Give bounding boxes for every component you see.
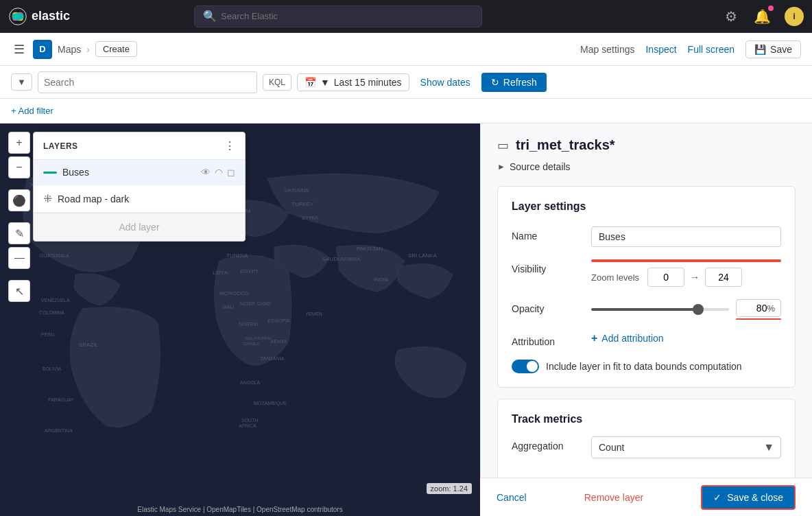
layer-item-buses[interactable]: Buses 👁 ◠ ◻ xyxy=(34,160,245,185)
map-settings-btn[interactable]: Map settings xyxy=(580,44,634,55)
svg-text:TANZANIA: TANZANIA xyxy=(261,356,284,361)
remove-layer-btn[interactable]: Remove layer xyxy=(584,492,643,503)
breadcrumb-separator: › xyxy=(86,44,90,55)
track-metrics-card: Track metrics Aggregation Count Sum Aver… xyxy=(497,399,796,485)
time-picker-btn[interactable]: 📅 ▼ Last 15 minutes xyxy=(297,73,409,91)
refresh-icon: ↻ xyxy=(491,77,499,88)
svg-text:YEMEN: YEMEN xyxy=(305,312,322,316)
zoom-in-btn[interactable]: + xyxy=(8,132,30,154)
toggle-row: Include layer in fit to data bounds comp… xyxy=(512,360,781,373)
visibility-label: Visibility xyxy=(512,259,580,274)
svg-text:TUNISIA: TUNISIA xyxy=(226,253,248,259)
add-attribution-btn[interactable]: + Add attribution xyxy=(591,332,664,344)
cancel-btn[interactable]: Cancel xyxy=(497,492,527,503)
filter-type-btn[interactable]: ▼ xyxy=(11,73,32,91)
right-panel: ▭ tri_met_tracks* ► Source details Layer… xyxy=(480,124,812,516)
time-picker-chevron: ▼ xyxy=(320,77,330,88)
select-btn[interactable]: ⸻ xyxy=(8,247,30,269)
svg-text:SYRIA: SYRIA xyxy=(302,215,319,221)
zoom-out-btn[interactable]: − xyxy=(8,156,30,178)
zoom-label: Zoom levels xyxy=(591,272,639,283)
zoom-max-input[interactable] xyxy=(705,268,742,287)
zoom-badge: zoom: 1.24 xyxy=(427,483,472,494)
nav-right: ⚙ 🔔 i xyxy=(722,5,804,27)
draw-btn[interactable]: ✎ xyxy=(8,222,30,244)
aggregation-label: Aggregation xyxy=(512,436,580,452)
opacity-control: % xyxy=(591,299,781,320)
opacity-input-wrap: % xyxy=(736,299,781,320)
opacity-wrap: % xyxy=(591,299,781,320)
layers-menu-btn[interactable]: ⋮ xyxy=(224,139,235,152)
main-content: ICELAND UNITED KINGDOM FRANCE UKRAINE TU… xyxy=(0,124,812,516)
map-attribution: Elastic Maps Service | OpenMapTiles | Op… xyxy=(137,506,342,513)
settings-icon-btn[interactable]: ⚙ xyxy=(722,5,740,27)
visibility-control: Zoom levels → xyxy=(591,259,781,287)
svg-text:MALI: MALI xyxy=(223,305,234,309)
map-area: ICELAND UNITED KINGDOM FRANCE UKRAINE TU… xyxy=(0,124,480,516)
svg-text:SAUDI ARABIA: SAUDI ARABIA xyxy=(322,256,361,262)
svg-text:COLOMBIA: COLOMBIA xyxy=(39,310,64,315)
layer-title-icon: ▭ xyxy=(497,138,509,153)
breadcrumb-create[interactable]: Create xyxy=(95,41,137,57)
buses-layer-icons: 👁 ◠ ◻ xyxy=(201,167,235,178)
bottom-action-bar: Cancel Remove layer ✓ Save & close xyxy=(480,478,812,516)
refresh-btn[interactable]: ↻ Refresh xyxy=(481,73,547,92)
name-input[interactable] xyxy=(591,226,781,247)
svg-text:UKRAINE: UKRAINE xyxy=(285,187,309,194)
notifications-btn[interactable]: 🔔 xyxy=(751,5,774,27)
check-icon: ✓ xyxy=(713,492,721,503)
layer-item-roadmap[interactable]: ⁜ Road map - dark xyxy=(34,185,245,213)
roadmap-layer-name: Road map - dark xyxy=(58,194,235,204)
hamburger-btn[interactable]: ☰ xyxy=(11,39,27,60)
svg-text:PARAGUAY: PARAGUAY xyxy=(48,397,74,402)
time-label: Last 15 minutes xyxy=(334,77,402,88)
layer-title-text: tri_met_tracks* xyxy=(516,137,615,153)
elastic-logo: elastic xyxy=(8,7,70,26)
eye-icon: 👁 xyxy=(201,167,211,178)
toggle-knob xyxy=(527,361,538,372)
filter-bar: ▼ KQL 📅 ▼ Last 15 minutes Show dates ↻ R… xyxy=(0,66,812,99)
zoom-min-input[interactable] xyxy=(647,268,684,287)
search-input[interactable] xyxy=(44,77,251,88)
data-bounds-toggle[interactable] xyxy=(512,360,539,373)
buses-color-indicator xyxy=(43,172,57,174)
source-details-row[interactable]: ► Source details xyxy=(497,161,796,172)
calendar-icon: 📅 xyxy=(304,77,316,88)
opacity-input[interactable] xyxy=(742,303,767,314)
svg-text:CHAD: CHAD xyxy=(257,301,271,306)
search-input-wrap[interactable] xyxy=(38,71,257,93)
svg-text:BRAZIL: BRAZIL xyxy=(79,342,99,348)
svg-text:GUINEA: GUINEA xyxy=(243,342,259,346)
global-search-bar[interactable]: 🔍 xyxy=(194,5,482,27)
show-dates-btn[interactable]: Show dates xyxy=(420,77,470,88)
elastic-logo-icon xyxy=(8,7,27,26)
save-icon: 💾 xyxy=(754,44,766,55)
aggregation-select[interactable]: Count Sum Average Min Max xyxy=(591,436,781,458)
attribution-label: Attribution xyxy=(512,332,580,347)
fit-btn[interactable]: ↖ xyxy=(8,280,30,302)
source-chevron-icon: ► xyxy=(497,162,505,172)
global-search-input[interactable] xyxy=(221,11,473,21)
metrics-title: Track metrics xyxy=(512,413,781,425)
add-filter-btn[interactable]: + Add filter xyxy=(11,106,53,116)
svg-text:SRI LANKA: SRI LANKA xyxy=(408,253,437,259)
breadcrumb-maps[interactable]: Maps xyxy=(58,44,81,55)
inspect-btn[interactable]: Inspect xyxy=(645,44,676,55)
filter-row2: + Add filter xyxy=(0,99,812,124)
square-icon: ◻ xyxy=(227,167,235,178)
svg-text:KENYA: KENYA xyxy=(271,339,287,344)
save-btn[interactable]: 💾 Save xyxy=(745,40,801,58)
save-close-btn[interactable]: ✓ Save & close xyxy=(701,485,796,510)
top-navbar: elastic 🔍 ⚙ 🔔 i xyxy=(0,0,812,33)
layers-header: LAYERS ⋮ xyxy=(34,132,245,160)
svg-text:ETHIOPIA: ETHIOPIA xyxy=(267,318,290,323)
user-avatar[interactable]: i xyxy=(785,7,804,26)
add-layer-btn[interactable]: Add layer xyxy=(34,213,245,241)
svg-text:EGYPT: EGYPT xyxy=(240,268,259,274)
compass-btn[interactable]: ⚫ xyxy=(8,189,30,211)
svg-text:SOUTH: SOUTH xyxy=(241,418,259,423)
opacity-slider[interactable] xyxy=(591,308,729,311)
breadcrumb-bar: ☰ D Maps › Create Map settings Inspect F… xyxy=(0,33,812,66)
fullscreen-btn[interactable]: Full screen xyxy=(688,44,735,55)
kql-btn[interactable]: KQL xyxy=(263,74,291,91)
